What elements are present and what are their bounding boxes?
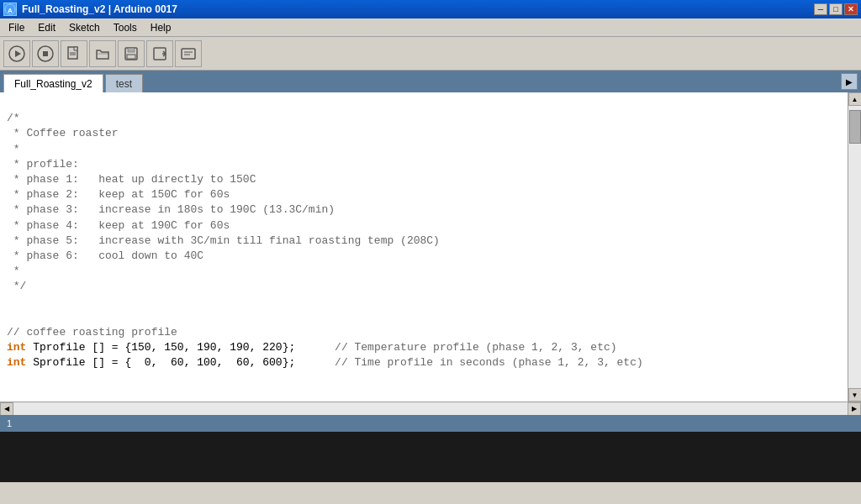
title-bar-left: A Full_Roasting_v2 | Arduino 0017 <box>3 3 177 16</box>
window-title: Full_Roasting_v2 | Arduino 0017 <box>22 3 177 15</box>
scroll-thumb-v[interactable] <box>849 110 861 144</box>
menu-help[interactable]: Help <box>144 18 178 36</box>
upload-button[interactable] <box>146 40 173 67</box>
new-button[interactable] <box>61 40 87 67</box>
title-bar: A Full_Roasting_v2 | Arduino 0017 ─ □ ✕ <box>0 0 861 18</box>
tab-full-roasting-v2[interactable]: Full_Roasting_v2 <box>3 74 103 92</box>
editor-area: /* * Coffee roaster * * profile: * phase… <box>0 92 861 402</box>
scroll-track-h[interactable] <box>13 402 848 415</box>
menu-file[interactable]: File <box>2 18 31 36</box>
svg-rect-14 <box>182 49 195 59</box>
tab-expand-button[interactable]: ▶ <box>841 73 858 90</box>
menu-tools[interactable]: Tools <box>107 18 144 36</box>
save-button[interactable] <box>118 40 145 67</box>
minimize-button[interactable]: ─ <box>814 3 827 15</box>
scroll-right-arrow[interactable]: ▶ <box>848 402 861 416</box>
title-bar-buttons: ─ □ ✕ <box>814 3 858 15</box>
serial-monitor-area <box>0 432 861 482</box>
menu-edit[interactable]: Edit <box>31 18 62 36</box>
tab-test[interactable]: test <box>105 74 143 92</box>
menu-bar: File Edit Sketch Tools Help <box>0 18 861 37</box>
tabs-bar: Full_Roasting_v2 test ▶ <box>0 71 861 92</box>
status-bar: 1 <box>0 415 861 432</box>
vertical-scrollbar[interactable]: ▲ ▼ <box>848 92 861 402</box>
maximize-button[interactable]: □ <box>829 3 843 15</box>
toolbar <box>0 37 861 71</box>
menu-sketch[interactable]: Sketch <box>62 18 107 36</box>
svg-rect-10 <box>128 48 135 52</box>
status-text: 1 <box>7 418 12 428</box>
scroll-up-arrow[interactable]: ▲ <box>848 92 862 106</box>
app-icon: A <box>3 3 17 16</box>
svg-text:A: A <box>8 7 13 14</box>
scroll-down-arrow[interactable]: ▼ <box>848 388 862 402</box>
run-button[interactable] <box>3 40 30 67</box>
open-button[interactable] <box>89 40 116 67</box>
stop-button[interactable] <box>32 40 59 67</box>
svg-rect-5 <box>43 51 48 56</box>
main-content: Full_Roasting_v2 test ▶ /* * Coffee roas… <box>0 71 861 482</box>
serial-monitor-button[interactable] <box>175 40 202 67</box>
scroll-left-arrow[interactable]: ◀ <box>0 402 13 416</box>
svg-rect-11 <box>127 55 135 59</box>
code-editor[interactable]: /* * Coffee roaster * * profile: * phase… <box>0 92 848 402</box>
horizontal-scrollbar[interactable]: ◀ ▶ <box>0 402 861 415</box>
scroll-track-v[interactable] <box>848 106 861 388</box>
svg-marker-3 <box>15 50 21 57</box>
close-button[interactable]: ✕ <box>844 3 858 15</box>
